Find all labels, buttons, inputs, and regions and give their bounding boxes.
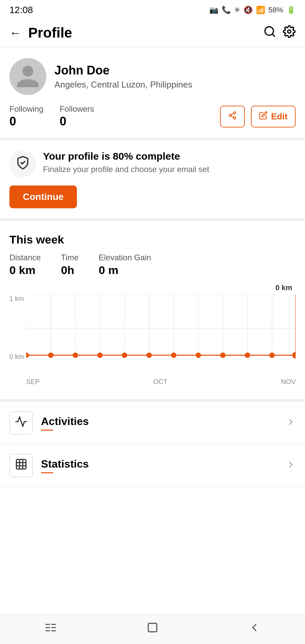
following-value: 0 <box>9 114 43 128</box>
following-label: Following <box>9 104 43 114</box>
chart-x-labels: SEP OCT NOV <box>9 375 296 386</box>
edit-button[interactable]: Edit <box>251 106 296 127</box>
chart-svg <box>26 295 296 362</box>
battery-text: 58% <box>268 6 283 14</box>
nav-home-icon <box>146 621 159 637</box>
elevation-label: Elevation Gain <box>99 253 151 262</box>
statistics-underline <box>41 472 53 473</box>
activities-arrow-icon <box>286 417 296 429</box>
statistics-icon-box <box>9 454 33 477</box>
statistics-title: Statistics <box>41 458 286 470</box>
svg-point-2 <box>288 30 291 33</box>
camera-icon: 📷 <box>209 6 218 14</box>
profile-stats-row: Following 0 Followers 0 <box>9 104 296 128</box>
profile-name: John Doe <box>54 63 192 77</box>
svg-point-30 <box>195 353 201 358</box>
svg-rect-46 <box>148 623 157 632</box>
edit-label: Edit <box>271 111 288 122</box>
person-icon <box>14 63 41 90</box>
status-time: 12:08 <box>9 5 33 15</box>
nav-menu-icon <box>44 621 57 637</box>
chart-y-top: 1 km <box>9 295 24 303</box>
activities-text: Activities <box>41 415 286 431</box>
profile-action-buttons: Edit <box>220 106 296 127</box>
svg-point-34 <box>292 352 296 359</box>
time-stat: Time 0h <box>61 253 78 277</box>
banner-icon-circle <box>9 151 36 177</box>
search-icon[interactable] <box>263 25 276 41</box>
nav-menu-button[interactable] <box>0 614 102 644</box>
nav-back-icon <box>248 621 261 637</box>
profile-info-row: John Doe Angeles, Central Luzon, Philipp… <box>9 58 296 95</box>
header-actions <box>263 25 296 41</box>
activities-icon-box <box>9 411 33 435</box>
avatar <box>9 58 46 95</box>
profile-location: Angeles, Central Luzon, Philippines <box>54 79 192 90</box>
bottom-nav <box>0 614 305 644</box>
svg-point-24 <box>48 353 53 358</box>
bluetooth-icon: ✳ <box>234 6 240 14</box>
elevation-value: 0 m <box>99 264 151 277</box>
svg-line-7 <box>231 113 233 115</box>
weekly-chart: 0 km 1 km 0 km <box>9 283 296 392</box>
profile-complete-section: Your profile is 80% complete Finalize yo… <box>0 141 305 221</box>
statistics-list-item[interactable]: Statistics <box>0 444 305 487</box>
time-value: 0h <box>61 264 78 277</box>
statistics-arrow-icon <box>286 460 296 472</box>
activities-underline <box>41 430 53 431</box>
svg-rect-35 <box>16 460 26 469</box>
this-week-section: This week Distance 0 km Time 0h Elevatio… <box>0 221 305 402</box>
share-button[interactable] <box>220 106 245 127</box>
phone-icon: 📞 <box>222 6 231 14</box>
banner-row: Your profile is 80% complete Finalize yo… <box>9 151 296 177</box>
continue-button[interactable]: Continue <box>9 185 77 208</box>
edit-icon <box>259 111 268 122</box>
followers-value: 0 <box>59 114 94 128</box>
profile-section: John Doe Angeles, Central Luzon, Philipp… <box>0 47 305 141</box>
svg-line-1 <box>272 34 274 36</box>
settings-icon[interactable] <box>283 25 296 41</box>
svg-point-23 <box>26 353 29 358</box>
chart-x-nov: NOV <box>281 378 296 386</box>
share-icon <box>228 111 237 122</box>
profile-name-location: John Doe Angeles, Central Luzon, Philipp… <box>54 63 192 90</box>
chart-top-label: 0 km <box>9 283 296 292</box>
chart-y-bottom: 0 km <box>9 353 24 361</box>
back-button[interactable]: ← <box>9 26 21 40</box>
distance-value: 0 km <box>9 264 41 277</box>
time-label: Time <box>61 253 78 262</box>
followers-stat[interactable]: Followers 0 <box>59 104 94 128</box>
battery-icon: 🔋 <box>287 6 296 14</box>
header: ← Profile <box>0 19 305 47</box>
profile-complete-icon <box>15 155 30 173</box>
statistics-text: Statistics <box>41 458 286 473</box>
page-title: Profile <box>28 25 263 41</box>
activities-title: Activities <box>41 415 286 428</box>
banner-title: Your profile is 80% complete <box>43 151 296 162</box>
svg-point-29 <box>171 353 176 358</box>
banner-text-block: Your profile is 80% complete Finalize yo… <box>43 151 296 174</box>
this-week-title: This week <box>9 233 296 246</box>
svg-point-25 <box>73 353 78 358</box>
following-stat[interactable]: Following 0 <box>9 104 43 128</box>
followers-label: Followers <box>59 104 94 114</box>
status-icons: 📷 📞 ✳ 🔇 📶 58% 🔋 <box>209 6 296 14</box>
activities-icon <box>15 415 28 431</box>
svg-point-33 <box>269 353 275 358</box>
nav-back-button[interactable] <box>203 614 305 644</box>
weekly-stats-row: Distance 0 km Time 0h Elevation Gain 0 m <box>9 253 296 277</box>
statistics-icon <box>15 458 28 473</box>
svg-point-27 <box>122 353 127 358</box>
distance-label: Distance <box>9 253 41 262</box>
nav-home-button[interactable] <box>102 614 204 644</box>
svg-line-6 <box>231 116 233 117</box>
mute-icon: 🔇 <box>244 6 253 14</box>
status-bar: 12:08 📷 📞 ✳ 🔇 📶 58% 🔋 <box>0 0 305 19</box>
svg-point-26 <box>97 353 103 358</box>
wifi-icon: 📶 <box>256 6 265 14</box>
banner-subtitle: Finalize your profile and choose your em… <box>43 165 296 174</box>
svg-point-31 <box>220 353 225 358</box>
chart-area: 1 km 0 km <box>9 295 296 375</box>
svg-point-28 <box>146 353 152 358</box>
activities-list-item[interactable]: Activities <box>0 402 305 444</box>
